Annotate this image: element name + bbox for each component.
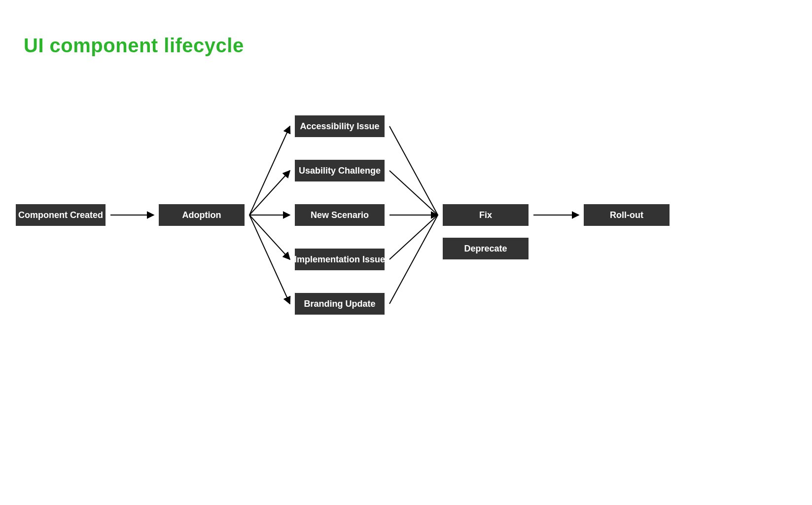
node-fix: Fix	[443, 204, 529, 226]
node-adoption: Adoption	[159, 204, 245, 226]
node-branding-update: Branding Update	[295, 293, 385, 315]
node-accessibility-issue: Accessibility Issue	[295, 115, 385, 137]
edge-impl-fix	[389, 215, 438, 259]
edge-usability-fix	[389, 171, 438, 215]
diagram-title: UI component lifecycle	[24, 35, 244, 57]
diagram-canvas: UI component lifecycle Component Created…	[0, 0, 812, 505]
node-implementation-issue: Implementation Issue	[295, 249, 385, 270]
edge-brand-fix	[389, 215, 438, 304]
edge-access-fix	[389, 126, 438, 215]
edge-adoption-access	[249, 126, 290, 215]
edge-adoption-usability	[249, 171, 290, 215]
node-component-created: Component Created	[16, 204, 106, 226]
node-new-scenario: New Scenario	[295, 204, 385, 226]
edge-adoption-brand	[249, 215, 290, 304]
edge-adoption-impl	[249, 215, 290, 259]
edges-layer	[0, 0, 812, 505]
node-usability-challenge: Usability Challenge	[295, 160, 385, 181]
node-roll-out: Roll-out	[584, 204, 670, 226]
node-deprecate: Deprecate	[443, 238, 529, 259]
